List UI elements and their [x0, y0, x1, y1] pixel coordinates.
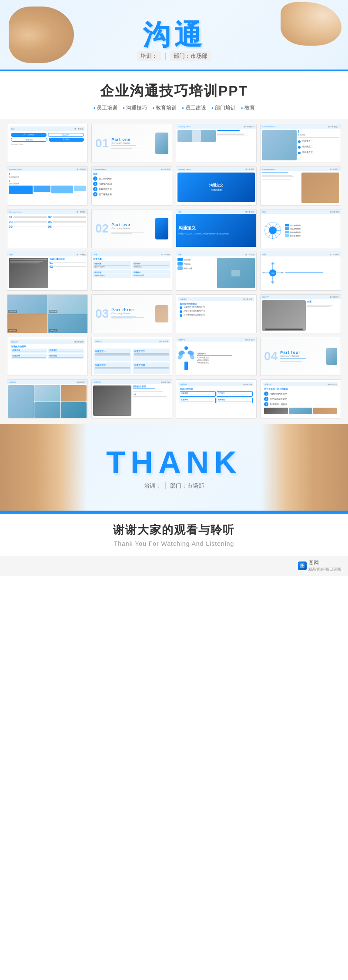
s12-lbl1: 专注倾听能力 [285, 224, 339, 226]
s11-header: 沟通 第二章·定义 [176, 209, 256, 214]
s1-btn2: 沟通技巧 [48, 133, 84, 137]
s27-b2l [218, 395, 251, 395]
slide-10[interactable]: 02 Part two Company Name [91, 209, 172, 248]
part-label-03: Part three [111, 308, 153, 312]
s16-cross: 沟通 清晰 准确 04 07 [262, 262, 284, 284]
slide-16[interactable]: 沟通 第二章·要求 沟通 清晰 准确 04 07 [260, 252, 341, 291]
s20-l1 [307, 304, 336, 304]
part-sublabel-01: Company Name [111, 142, 153, 144]
slide-11[interactable]: 沟通 第二章·定义 沟通定义 沟通是人与人之间、人与群体之间思想与感情的传递和反… [176, 209, 257, 248]
slide-6[interactable]: Company Name 第一章·列表 目录 1 员工培训内容 2 沟通技巧培训 [91, 166, 172, 206]
slide-26[interactable]: 沟通培训 第四章·协作 团队协作培训 10天 [91, 379, 172, 419]
s6-title: 目录 [93, 173, 171, 175]
s1-buttons2: 教育培训 员工建设 [11, 138, 84, 142]
s9-content: 01 02 03 04 [7, 214, 87, 230]
s27-b4l [218, 401, 251, 402]
part-image-tablet [155, 133, 168, 154]
slide-7[interactable]: Company Name 第一章·图片 沟通定义沟通的本质 [176, 166, 257, 206]
s28-t3: 后续培训计划安排 [270, 403, 287, 405]
s19-i1: 1 掌握主动沟通的技巧 [180, 306, 253, 309]
s8-cat: 第一章·图文 [330, 168, 339, 170]
thank-dept-label: 部门：市场部 [170, 482, 204, 490]
slide-8-inner: Company Name 第一章·图文 [261, 167, 341, 205]
s3-content [176, 129, 256, 143]
s28-img1 [264, 408, 288, 414]
slide-19[interactable]: 沟通技巧 第三章·详情 如何提升沟通效力 1 掌握主动沟通的技巧 2 学会换位思… [176, 294, 257, 333]
slide-25[interactable]: 沟通培训 第四章·图片 [7, 379, 88, 419]
s27-content: 培训内容详细 沟通基础 技巧提升 实践演练 [178, 386, 254, 405]
s25-img2 [34, 385, 60, 402]
slide-4[interactable]: Company Name 第一章·部分二 3 关于内容 培训要点一 [260, 124, 341, 163]
s21-b3t: 3 注重反馈 [12, 355, 46, 357]
slide-2[interactable]: 01 Part one Company Name [91, 124, 172, 163]
s14-b2l [134, 265, 169, 266]
s15-left: 语言沟通 书面沟通 非语言沟通 [177, 258, 216, 288]
slide-20[interactable]: 沟通技巧 第三章·图片 沟通 [260, 294, 341, 333]
slide-27[interactable]: 沟通培训 第四章·内容 培训内容详细 沟通基础 技巧提升 [176, 379, 257, 419]
s17-cell2: 团队沟通 [48, 295, 88, 314]
s3-line1 [217, 130, 240, 131]
line-b1 [111, 146, 136, 146]
slide-6-inner: Company Name 第一章·列表 目录 1 员工培训内容 2 沟通技巧培训 [92, 167, 172, 205]
s8-l1 [262, 173, 288, 173]
s6-label: Company Name [94, 168, 106, 170]
s27-b4: 效果评估 [217, 398, 253, 403]
slide-22-inner: 沟通技巧 第三章·对比 沟通方式一 沟通方式二 [92, 337, 172, 375]
slide-26-inner: 沟通培训 第四章·协作 团队协作培训 10天 [92, 380, 172, 418]
slide-5[interactable]: Company Name 第一章·数据 5 员工培训方式 6 培训方向分析 [7, 166, 88, 206]
s23-label: 沟通技巧 [178, 339, 185, 341]
part-deco-02 [155, 218, 168, 239]
slide-22[interactable]: 沟通技巧 第三章·对比 沟通方式一 沟通方式二 [91, 337, 172, 376]
s14-b4t: 问题解决 [134, 271, 169, 273]
slide-12[interactable]: 沟通 第二章·本质 [260, 209, 341, 248]
slide-24[interactable]: 04 Part four Company Name [260, 337, 341, 376]
slide-23[interactable]: 沟通技巧 第三章·技巧 沟通的技巧 [176, 337, 257, 376]
hero-subtitle: 培训： 部门：市场部 [137, 51, 211, 61]
slide-9[interactable]: Company Name 第一章·编号 01 02 [7, 209, 88, 248]
watermark-logo: 图 图网 精品素材·每日更新 [298, 559, 341, 572]
s22-l1 [95, 353, 130, 354]
s14-b3l [94, 274, 130, 274]
slide-8[interactable]: Company Name 第一章·图文 [260, 166, 341, 206]
wm-text-block: 图网 精品素材·每日更新 [308, 559, 341, 572]
tag-5: 部门培训 [211, 104, 236, 112]
slide-18[interactable]: 03 Part three Company Name [91, 294, 172, 333]
s28-img3 [313, 408, 337, 414]
slide-1[interactable]: 目录 第一章·目录 员工培训概述 沟通技巧 教育培训 员工建设 Company … [7, 124, 88, 163]
dept-label: 部门：市场部 [170, 51, 211, 61]
part-lines-02 [111, 231, 153, 234]
s7-text: 沟通定义沟通的本质 [209, 183, 223, 192]
s13-keyboard [9, 258, 48, 288]
s9-header: Company Name 第一章·编号 [7, 209, 87, 214]
s3-line4 [217, 134, 244, 135]
s14-box4: 问题解决 快速响应处理 [132, 270, 171, 278]
slide-18-inner: 03 Part three Company Name [92, 295, 172, 333]
thank-left-hand [0, 424, 87, 511]
slide-17[interactable]: 培训场景 团队沟通 商务培训 会议交流 [7, 294, 88, 333]
slide-14[interactable]: 沟通 第二章·流程 沟通力量 有效沟通 提升工作效率 团队协作 [91, 252, 172, 291]
bar3 [51, 186, 73, 193]
slide-28[interactable]: 沟通培训 第四章·总结 己为了工作一起共同建设 1 沟通培训内容总结 2 技巧应… [260, 379, 341, 419]
s11-cat: 第二章·定义 [245, 211, 254, 213]
s26-img [93, 385, 131, 416]
slide-15[interactable]: 沟通 第二章·类型 语言沟通 书面沟通 [176, 252, 257, 291]
s25-img4 [34, 402, 60, 419]
line-g2 [111, 148, 132, 149]
s4-divider [298, 137, 339, 138]
s27-b1l [181, 395, 214, 395]
slide-21[interactable]: 沟通技巧 第三章·效力 沟通效力的要素 1 积极主动 2 有效倾听 [7, 337, 88, 376]
slide-3[interactable]: Company Name 第一章·部分一 [176, 124, 257, 163]
s25-img5 [61, 402, 87, 419]
s22-l2 [95, 354, 130, 355]
s4-text3: 培训考点三 [302, 151, 313, 154]
s4-item3: 培训考点三 [298, 151, 339, 154]
s12-sunburst [262, 219, 284, 241]
s23-l4: ● 情绪管理方式 [197, 362, 255, 364]
s20-title: 沟通 [307, 300, 339, 303]
left-hand-image [9, 7, 74, 63]
slide-17-inner: 培训场景 团队沟通 商务培训 会议交流 [7, 295, 87, 333]
s25-header: 沟通培训 第四章·图片 [7, 380, 87, 384]
footer-section: 谢谢大家的观看与聆听 Thank You For Watching And Li… [0, 512, 348, 556]
slide-13[interactable]: 沟通 第二章·键盘 沟通力量的特征 01 [7, 252, 88, 291]
s23-header: 沟通技巧 第三章·技巧 [176, 337, 256, 342]
